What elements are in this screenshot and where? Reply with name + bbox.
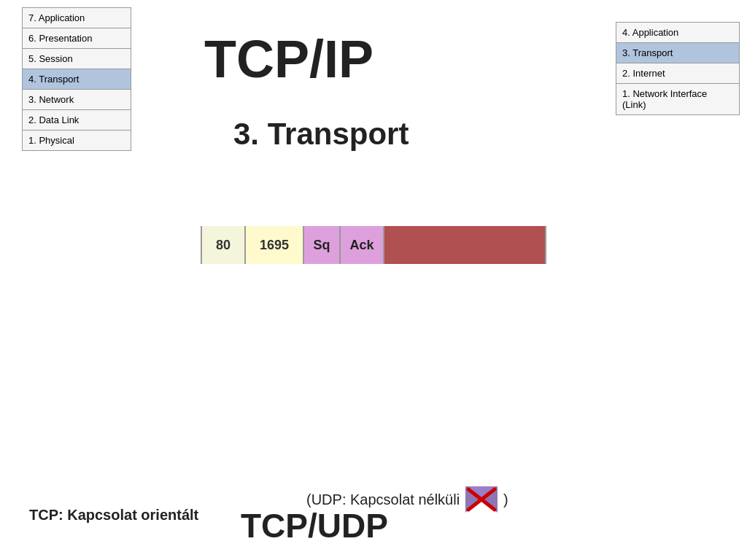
osi-left-table: 7. Application 6. Presentation 5. Sessio… <box>22 7 131 151</box>
tcpip-row-2: 2. Internet <box>616 63 739 84</box>
sub-title: 3. Transport <box>233 117 409 152</box>
packet-data <box>384 226 545 264</box>
tcp-udp-title: TCP/UDP <box>241 506 388 545</box>
osi-row-2: 2. Data Link <box>23 110 131 131</box>
tcpip-row-3: 3. Transport <box>616 43 739 63</box>
osi-right-table: 4. Application 3. Transport 2. Internet … <box>616 22 740 115</box>
no-connection-icon <box>465 486 498 513</box>
tcpip-row-4: 4. Application <box>616 23 739 43</box>
tcpip-row-1: 1. Network Interface (Link) <box>616 84 739 114</box>
tcp-label: TCP: Kapcsolat orientált <box>29 507 198 524</box>
packet-diagram: 80 1695 Sq Ack <box>201 226 546 264</box>
packet-port-src: 80 <box>202 226 246 264</box>
osi-row-7: 7. Application <box>23 8 131 28</box>
osi-row-4: 4. Transport <box>23 69 131 90</box>
main-title: TCP/IP <box>204 29 374 89</box>
osi-row-1: 1. Physical <box>23 131 131 150</box>
osi-row-3: 3. Network <box>23 90 131 110</box>
packet-port-dst: 1695 <box>246 226 304 264</box>
osi-row-5: 5. Session <box>23 49 131 69</box>
packet-ack: Ack <box>341 226 384 264</box>
packet-sq: Sq <box>304 226 341 264</box>
osi-row-6: 6. Presentation <box>23 28 131 49</box>
